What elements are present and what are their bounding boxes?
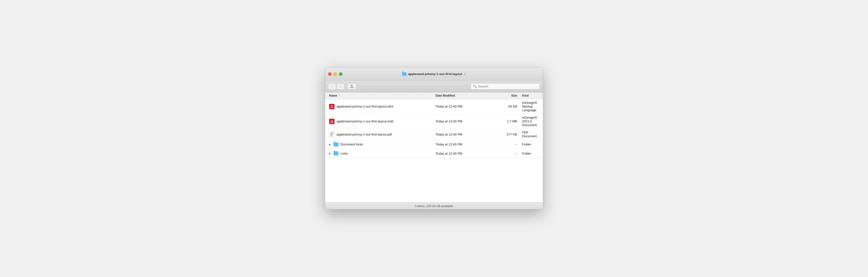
folder-row-icon-group: ▶ <box>329 151 339 155</box>
file-name-cell: ▶ Links <box>329 151 435 155</box>
close-button[interactable] <box>328 72 332 76</box>
titlebar: appleseed-johnny-1-our-first-layout ƒ <box>325 67 543 81</box>
maximize-button[interactable] <box>339 72 342 76</box>
file-size-cell: 277 KB <box>490 133 522 136</box>
file-name-label: Links <box>340 151 348 155</box>
column-header-size[interactable]: Size <box>490 94 522 98</box>
folder-row-icon-group: ▶ <box>329 142 339 146</box>
file-list: IdCXL appleseed-johnny-1-our-first-layou… <box>325 99 543 158</box>
file-size-cell: -- <box>490 151 522 155</box>
file-kind-cell: PDF Document <box>522 131 539 138</box>
file-size-cell: 1.7 MB <box>490 119 522 123</box>
idml-icon: IdCXL <box>329 104 335 109</box>
finder-window: appleseed-johnny-1-our-first-layout ƒ ‹ … <box>325 67 543 210</box>
expand-arrow-icon[interactable]: ▶ <box>329 143 332 146</box>
file-kind-cell: Folder <box>522 151 539 155</box>
file-date-cell: Today at 12:40 PM <box>435 142 490 146</box>
forward-button[interactable]: › <box>337 83 344 90</box>
file-date-cell: Today at 12:40 PM <box>435 119 490 123</box>
file-size-cell: 64 KB <box>490 105 522 108</box>
file-name-label: Document fonts <box>340 142 363 146</box>
file-kind-cell: Folder <box>522 142 539 146</box>
file-date-cell: Today at 12:40 PM <box>435 133 490 136</box>
column-header-kind[interactable]: Kind <box>522 94 539 98</box>
search-input[interactable] <box>478 84 538 88</box>
table-row[interactable]: ▶ Document fonts Today at 12:40 PM -- Fo… <box>325 140 543 149</box>
status-bar: 5 items, 129.34 GB available <box>325 202 543 210</box>
file-name-cell: ▶ Document fonts <box>329 142 435 146</box>
folder-icon-small <box>334 151 339 155</box>
file-name-label: appleseed-johnny-1-our-first-layout.pdf <box>337 133 392 136</box>
expand-arrow-icon[interactable]: ▶ <box>329 152 332 155</box>
search-field[interactable]: 🔍 <box>471 83 540 89</box>
minimize-button[interactable] <box>334 72 337 76</box>
table-row[interactable]: IdCXL appleseed-johnny-1-our-first-layou… <box>325 99 543 114</box>
window-title-area: appleseed-johnny-1-our-first-layout ƒ <box>402 72 466 76</box>
nav-buttons: ‹ › <box>328 83 344 90</box>
share-button[interactable] <box>347 83 356 90</box>
folder-icon-small <box>334 142 339 146</box>
file-name-cell: IdCXL appleseed-johnny-1-our-first-layou… <box>329 104 435 109</box>
file-name-cell: IdNCO appleseed-johnny-1-our-first-layou… <box>329 119 435 124</box>
edit-icon: ƒ <box>464 72 466 76</box>
sort-indicator: ⌃ <box>338 94 340 97</box>
file-date-cell: Today at 12:40 PM <box>435 151 490 155</box>
file-date-cell: Today at 12:40 PM <box>435 105 490 108</box>
pdf-icon <box>329 132 335 137</box>
toolbar: ‹ › 🔍 <box>325 81 543 92</box>
forward-icon: › <box>340 84 341 88</box>
traffic-lights <box>328 72 342 76</box>
search-icon: 🔍 <box>473 84 477 88</box>
back-icon: ‹ <box>332 84 333 88</box>
column-header-name[interactable]: Name ⌃ <box>329 94 435 98</box>
table-row[interactable]: appleseed-johnny-1-our-first-layout.pdf … <box>325 129 543 140</box>
empty-area <box>325 158 543 202</box>
file-name-label: appleseed-johnny-1-our-first-layout.indd <box>337 119 394 123</box>
file-name-label: appleseed-johnny-1-our-first-layout.idml <box>337 105 393 108</box>
window-title: appleseed-johnny-1-our-first-layout <box>408 72 462 76</box>
folder-icon <box>402 72 406 76</box>
column-headers: Name ⌃ Date Modified Size Kind <box>325 92 543 99</box>
status-text: 5 items, 129.34 GB available <box>415 204 453 208</box>
column-header-date[interactable]: Date Modified <box>435 94 490 98</box>
back-button[interactable]: ‹ <box>328 83 336 90</box>
file-kind-cell: InDesign® Markup Language <box>522 101 539 112</box>
file-kind-cell: InDesign® 2021.0 Document <box>522 116 539 127</box>
table-row[interactable]: ▶ Links Today at 12:40 PM -- Folder <box>325 149 543 158</box>
share-icon <box>350 84 354 88</box>
file-name-cell: appleseed-johnny-1-our-first-layout.pdf <box>329 132 435 137</box>
indd-icon: IdNCO <box>329 119 335 124</box>
table-row[interactable]: IdNCO appleseed-johnny-1-our-first-layou… <box>325 114 543 129</box>
file-size-cell: -- <box>490 142 522 146</box>
